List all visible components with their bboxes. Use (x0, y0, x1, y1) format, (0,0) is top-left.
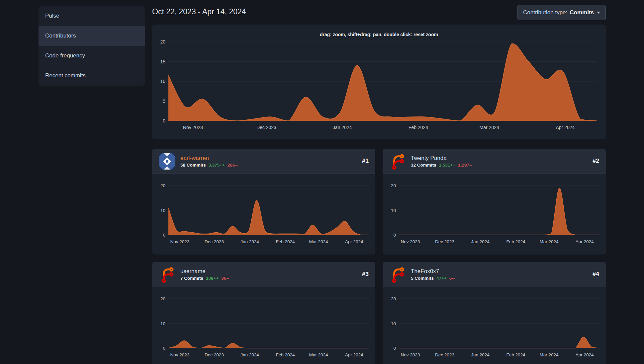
svg-text:20: 20 (160, 296, 165, 301)
svg-text:Dec 2023: Dec 2023 (205, 239, 224, 244)
date-range-title: Oct 22, 2023 - Apr 14, 2024 (152, 7, 246, 16)
activity-sidebar: Pulse Contributors Code frequency Recent… (39, 6, 145, 86)
svg-text:Dec 2023: Dec 2023 (256, 125, 276, 130)
svg-text:10: 10 (391, 208, 396, 213)
svg-text:Nov 2023: Nov 2023 (170, 239, 190, 244)
svg-text:Nov 2023: Nov 2023 (183, 125, 203, 130)
additions-count: 3,375++ (209, 163, 225, 168)
svg-text:Mar 2024: Mar 2024 (539, 352, 559, 357)
svg-text:5: 5 (163, 99, 165, 104)
contributor-card: username 7 Commits 108++ 36-- #3 01020No… (152, 262, 375, 364)
contributor-stats: 32 Commits 1,531++ 1,297-- (411, 163, 472, 168)
contributor-identity: TheFox0x7 5 Commits 47++ 6-- (411, 268, 455, 281)
deletions-count: 6-- (449, 276, 455, 281)
overall-contributions-chart[interactable]: 05101520Nov 2023Dec 2023Jan 2024Feb 2024… (152, 25, 606, 139)
svg-text:Jan 2024: Jan 2024 (471, 239, 490, 244)
svg-text:Mar 2024: Mar 2024 (539, 239, 559, 244)
contributor-card-header: username 7 Commits 108++ 36-- #3 (152, 262, 375, 287)
svg-text:0: 0 (393, 233, 396, 238)
rank-badge: #1 (362, 158, 369, 165)
forgejo-logo-icon (389, 266, 406, 283)
svg-text:Apr 2024: Apr 2024 (345, 352, 363, 357)
svg-text:Nov 2023: Nov 2023 (401, 239, 420, 244)
svg-text:Dec 2023: Dec 2023 (435, 239, 454, 244)
deletions-count: 36-- (221, 276, 229, 281)
svg-text:Jan 2024: Jan 2024 (333, 125, 352, 130)
svg-text:Feb 2024: Feb 2024 (276, 239, 295, 244)
contributor-stats: 58 Commits 3,375++ 286-- (180, 163, 238, 168)
svg-text:0: 0 (163, 233, 165, 238)
contributor-identity: username 7 Commits 108++ 36-- (180, 268, 229, 281)
contributor-activity-chart[interactable]: 01020Nov 2023Dec 2023Jan 2024Feb 2024Mar… (383, 174, 606, 255)
svg-text:20: 20 (391, 296, 396, 301)
svg-text:Feb 2024: Feb 2024 (409, 125, 428, 130)
svg-text:Nov 2023: Nov 2023 (170, 352, 190, 357)
contributor-card-header: Twenty Panda 32 Commits 1,531++ 1,297-- … (383, 149, 606, 174)
contributor-activity-chart[interactable]: 01020Nov 2023Dec 2023Jan 2024Feb 2024Mar… (152, 174, 375, 255)
contributor-card: earl-warren 58 Commits 3,375++ 286-- #1 … (152, 149, 375, 255)
commit-count: 58 Commits (180, 163, 206, 168)
overall-contributions-chart-card: drag: zoom, shift+drag: pan, double clic… (152, 25, 606, 139)
avatar[interactable] (389, 266, 406, 283)
contributor-card: Twenty Panda 32 Commits 1,531++ 1,297-- … (383, 149, 606, 255)
rank-badge: #3 (362, 271, 369, 278)
sidebar-item-code-frequency[interactable]: Code frequency (39, 46, 145, 66)
contributor-activity-chart[interactable]: 01020Nov 2023Dec 2023Jan 2024Feb 2024Mar… (383, 287, 606, 364)
svg-text:10: 10 (160, 79, 165, 84)
contributor-name-link[interactable]: TheFox0x7 (411, 268, 455, 275)
svg-text:10: 10 (391, 321, 396, 326)
contributors-page: Oct 22, 2023 - Apr 14, 2024 Contribution… (152, 0, 606, 364)
svg-text:10: 10 (160, 208, 165, 213)
sidebar-item-recent-commits[interactable]: Recent commits (39, 66, 145, 86)
svg-text:Apr 2024: Apr 2024 (345, 239, 363, 244)
contribution-type-label: Contribution type: (523, 9, 567, 16)
contributor-card: TheFox0x7 5 Commits 47++ 6-- #4 01020Nov… (383, 262, 606, 364)
contribution-type-dropdown[interactable]: Contribution type: Commits (517, 5, 606, 20)
svg-text:Apr 2024: Apr 2024 (576, 352, 594, 357)
additions-count: 47++ (436, 276, 447, 281)
forgejo-logo-icon (389, 153, 406, 170)
svg-text:Mar 2024: Mar 2024 (309, 352, 328, 357)
avatar[interactable] (389, 153, 406, 170)
svg-text:Jan 2024: Jan 2024 (471, 352, 490, 357)
svg-text:Jan 2024: Jan 2024 (240, 239, 259, 244)
sidebar-item-contributors[interactable]: Contributors (39, 26, 145, 46)
rank-badge: #2 (593, 158, 599, 165)
contributor-card-header: earl-warren 58 Commits 3,375++ 286-- #1 (152, 149, 375, 174)
svg-text:Feb 2024: Feb 2024 (506, 352, 525, 357)
svg-text:Nov 2023: Nov 2023 (401, 352, 420, 357)
svg-text:20: 20 (160, 183, 165, 188)
additions-count: 108++ (206, 276, 219, 281)
deletions-count: 286-- (228, 163, 238, 168)
svg-text:Feb 2024: Feb 2024 (276, 352, 295, 357)
contributor-name-link[interactable]: Twenty Panda (411, 155, 472, 162)
svg-text:20: 20 (160, 39, 165, 44)
contributor-cards-grid: earl-warren 58 Commits 3,375++ 286-- #1 … (152, 149, 606, 364)
deletions-count: 1,297-- (458, 163, 472, 168)
sidebar-item-pulse[interactable]: Pulse (39, 6, 145, 26)
svg-text:Feb 2024: Feb 2024 (506, 239, 525, 244)
svg-text:Apr 2024: Apr 2024 (556, 125, 575, 130)
contributor-card-header: TheFox0x7 5 Commits 47++ 6-- #4 (383, 262, 606, 287)
svg-text:Mar 2024: Mar 2024 (309, 239, 328, 244)
svg-text:0: 0 (393, 346, 396, 351)
contributor-identity: Twenty Panda 32 Commits 1,531++ 1,297-- (411, 155, 472, 168)
contributor-name-link[interactable]: username (180, 268, 229, 275)
svg-text:Mar 2024: Mar 2024 (480, 125, 499, 130)
avatar[interactable] (159, 153, 175, 170)
chevron-down-icon (597, 12, 600, 14)
svg-text:Dec 2023: Dec 2023 (435, 352, 454, 357)
contributor-identity: earl-warren 58 Commits 3,375++ 286-- (180, 155, 238, 168)
forgejo-logo-icon (159, 266, 175, 283)
contributor-stats: 7 Commits 108++ 36-- (180, 276, 229, 281)
commit-count: 7 Commits (180, 276, 203, 281)
svg-text:Dec 2023: Dec 2023 (205, 352, 224, 357)
contributor-name-link[interactable]: earl-warren (180, 155, 238, 162)
additions-count: 1,531++ (439, 163, 456, 168)
contributor-activity-chart[interactable]: 01020Nov 2023Dec 2023Jan 2024Feb 2024Mar… (152, 287, 375, 364)
svg-text:0: 0 (163, 346, 165, 351)
commit-count: 32 Commits (411, 163, 436, 168)
commit-count: 5 Commits (411, 276, 434, 281)
svg-text:0: 0 (163, 118, 165, 123)
avatar[interactable] (159, 266, 175, 283)
